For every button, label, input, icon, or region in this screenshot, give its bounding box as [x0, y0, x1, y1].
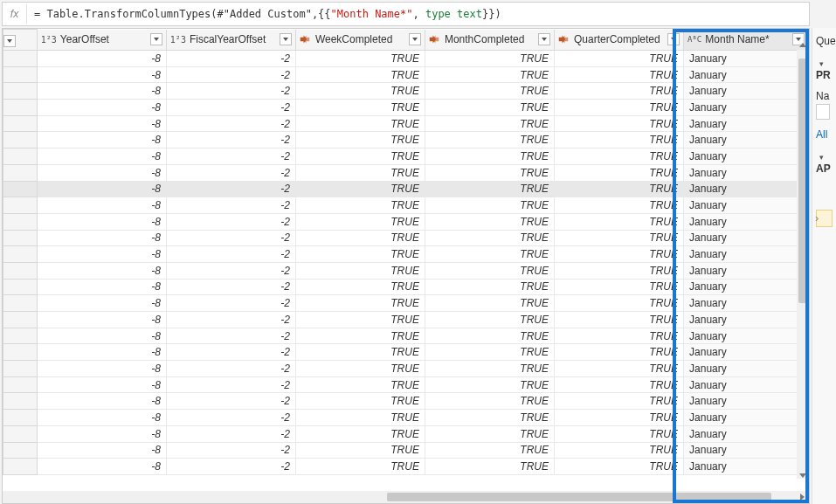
row-number-cell[interactable] [3, 100, 38, 116]
cell[interactable]: TRUE [425, 213, 554, 230]
table-row[interactable]: -8-2TRUETRUETRUEJanuary [3, 295, 809, 312]
cell[interactable]: -2 [166, 295, 295, 312]
cell[interactable]: TRUE [295, 295, 425, 312]
table-row[interactable]: -8-2TRUETRUETRUEJanuary [3, 100, 809, 116]
table-row[interactable]: -8-2TRUETRUETRUEJanuary [3, 148, 809, 165]
cell[interactable]: -2 [166, 213, 295, 230]
table-row[interactable]: -8-2TRUETRUETRUEJanuary [3, 312, 809, 328]
cell[interactable]: TRUE [425, 459, 554, 475]
cell[interactable]: TRUE [554, 148, 683, 165]
cell[interactable]: TRUE [554, 115, 683, 132]
table-row[interactable]: -8-2TRUETRUETRUEJanuary [3, 410, 809, 426]
row-number-cell[interactable] [3, 312, 38, 328]
cell[interactable]: TRUE [554, 213, 683, 230]
column-header-monthcompleted[interactable]: MonthCompleted [425, 30, 554, 51]
cell[interactable]: -2 [166, 51, 295, 67]
cell[interactable]: -2 [166, 66, 295, 83]
row-number-cell[interactable] [3, 425, 38, 442]
cell[interactable]: -2 [166, 83, 295, 100]
cell[interactable]: TRUE [295, 262, 425, 279]
row-number-cell[interactable] [3, 459, 38, 475]
cell[interactable]: TRUE [554, 410, 683, 426]
cell[interactable]: January [684, 164, 809, 181]
row-number-cell[interactable] [3, 181, 38, 197]
cell[interactable]: -2 [166, 197, 295, 214]
cell[interactable]: TRUE [554, 246, 683, 263]
column-filter-button[interactable] [150, 33, 162, 45]
cell[interactable]: TRUE [295, 132, 425, 148]
row-number-cell[interactable] [3, 295, 38, 312]
cell[interactable]: TRUE [554, 425, 683, 442]
hscroll-thumb[interactable] [387, 493, 771, 501]
cell[interactable]: -2 [166, 100, 295, 116]
row-number-cell[interactable] [3, 328, 38, 344]
table-row[interactable]: -8-2TRUETRUETRUEJanuary [3, 262, 809, 279]
table-row[interactable]: -8-2TRUETRUETRUEJanuary [3, 442, 809, 459]
cell[interactable]: TRUE [295, 246, 425, 263]
cell[interactable]: January [684, 344, 809, 361]
cell[interactable]: -2 [166, 181, 295, 197]
scroll-thumb[interactable] [798, 59, 807, 303]
cell[interactable]: TRUE [425, 361, 554, 377]
cell[interactable]: January [684, 279, 809, 295]
cell[interactable]: TRUE [295, 344, 425, 361]
cell[interactable]: -2 [166, 393, 295, 410]
cell[interactable]: TRUE [295, 100, 425, 116]
table-row[interactable]: -8-2TRUETRUETRUEJanuary [3, 230, 809, 246]
type-text-icon[interactable]: AᴮC [687, 35, 701, 44]
cell[interactable]: TRUE [295, 197, 425, 214]
cell[interactable]: TRUE [554, 459, 683, 475]
cell[interactable]: -8 [37, 213, 166, 230]
table-row[interactable]: -8-2TRUETRUETRUEJanuary [3, 115, 809, 132]
cell[interactable]: January [684, 66, 809, 83]
cell[interactable]: TRUE [425, 115, 554, 132]
cell[interactable]: January [684, 83, 809, 100]
cell[interactable]: -8 [37, 328, 166, 344]
cell[interactable]: TRUE [295, 164, 425, 181]
cell[interactable]: -2 [166, 425, 295, 442]
cell[interactable]: TRUE [554, 312, 683, 328]
cell[interactable]: -2 [166, 442, 295, 459]
cell[interactable]: January [684, 181, 809, 197]
cell[interactable]: TRUE [425, 262, 554, 279]
cell[interactable]: -2 [166, 312, 295, 328]
cell[interactable]: TRUE [425, 51, 554, 67]
row-number-cell[interactable] [3, 262, 38, 279]
cell[interactable]: -8 [37, 115, 166, 132]
column-header-yearoffset[interactable]: 1²3YearOffset [37, 30, 166, 51]
cell[interactable]: January [684, 376, 809, 393]
vertical-scrollbar[interactable] [797, 50, 809, 479]
cell[interactable]: TRUE [295, 213, 425, 230]
cell[interactable]: -8 [37, 148, 166, 165]
cell[interactable]: TRUE [554, 361, 683, 377]
cell[interactable]: January [684, 459, 809, 475]
cell[interactable]: January [684, 425, 809, 442]
cell[interactable]: TRUE [295, 230, 425, 246]
cell[interactable]: TRUE [295, 181, 425, 197]
cell[interactable]: -8 [37, 66, 166, 83]
formula-input[interactable]: = Table.TransformColumnTypes(#"Added Cus… [27, 4, 809, 24]
cell[interactable]: -8 [37, 246, 166, 263]
row-number-cell[interactable] [3, 279, 38, 295]
cell[interactable]: -2 [166, 132, 295, 148]
table-row[interactable]: -8-2TRUETRUETRUEJanuary [3, 213, 809, 230]
cell[interactable]: TRUE [295, 51, 425, 67]
table-row[interactable]: -8-2TRUETRUETRUEJanuary [3, 164, 809, 181]
cell[interactable]: -2 [166, 328, 295, 344]
cell[interactable]: TRUE [295, 66, 425, 83]
row-number-cell[interactable] [3, 164, 38, 181]
cell[interactable]: TRUE [554, 164, 683, 181]
cell[interactable]: TRUE [425, 164, 554, 181]
cell[interactable]: TRUE [425, 295, 554, 312]
cell[interactable]: TRUE [425, 230, 554, 246]
cell[interactable]: TRUE [295, 361, 425, 377]
column-header-weekcompleted[interactable]: WeekCompleted [295, 30, 425, 51]
cell[interactable]: -8 [37, 230, 166, 246]
cell[interactable]: -8 [37, 279, 166, 295]
scroll-down-arrow-icon[interactable] [797, 470, 809, 480]
cell[interactable]: -8 [37, 442, 166, 459]
row-number-cell[interactable] [3, 361, 38, 377]
cell[interactable]: -8 [37, 393, 166, 410]
type-bool-icon[interactable] [300, 34, 312, 45]
cell[interactable]: TRUE [554, 295, 683, 312]
